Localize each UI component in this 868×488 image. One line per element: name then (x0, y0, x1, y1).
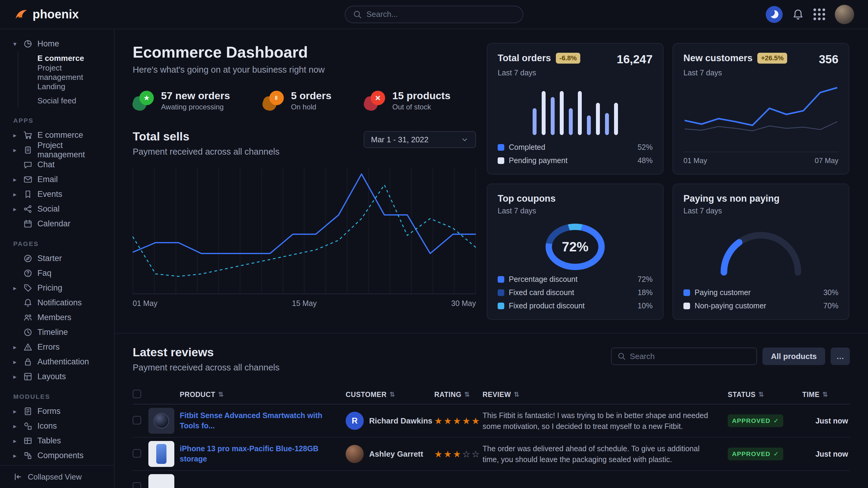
stats-row: ★ 57 new ordersAwating processing ‖ 5 or… (133, 90, 476, 111)
sidebar-item-social-feed[interactable]: Social feed (19, 94, 109, 108)
caret-right-icon: ▸ (13, 344, 24, 351)
apps-grid-button[interactable] (813, 8, 825, 20)
kpi-cards-grid: Total orders -6.8% 16,247 Last 7 days Co… (487, 43, 850, 333)
column-header-time[interactable]: TIME⇅ (802, 391, 850, 399)
shapes-icon (24, 422, 37, 430)
pause-icon: ‖ (269, 91, 284, 105)
customer-avatar[interactable]: R (346, 412, 364, 430)
column-header-review[interactable]: REVIEW⇅ (483, 391, 728, 399)
top-coupons-card: Top coupons Last 7 days 72% Percentage d… (487, 184, 663, 320)
column-header-customer[interactable]: CUSTOMER⇅ (346, 391, 434, 399)
row-checkbox[interactable] (133, 416, 141, 424)
date-range-select[interactable]: Mar 1 - 31, 2022 (364, 131, 476, 148)
top-coupons-donut-chart: 72% (546, 224, 605, 270)
lock-icon (24, 357, 37, 366)
user-avatar[interactable] (835, 5, 854, 24)
customer-avatar[interactable] (346, 445, 364, 463)
sidebar-item-project-management-app[interactable]: ▸ Project management (13, 142, 109, 157)
sidebar-item-email[interactable]: ▸ Email (13, 172, 109, 187)
caret-right-icon: ▸ (13, 176, 24, 183)
sidebar-item-calendar[interactable]: Calendar (13, 217, 109, 231)
bookmark-icon (24, 190, 37, 199)
sidebar-item-home[interactable]: ▾ Home (13, 36, 109, 51)
sidebar-item-pricing[interactable]: ▸ Pricing (13, 281, 109, 295)
theme-toggle-button[interactable] (766, 6, 783, 23)
product-link[interactable]: Fitbit Sense Advanced Smartwatch with To… (180, 411, 346, 431)
sidebar-item-timeline[interactable]: Timeline (13, 325, 109, 340)
customer-cell: Ashley Garrett (346, 445, 434, 463)
legend-swatch (683, 303, 690, 309)
table-icon (24, 436, 37, 445)
product-thumbnail[interactable] (148, 441, 174, 467)
sidebar-item-social[interactable]: ▸ Social (13, 202, 109, 217)
caret-right-icon: ▸ (13, 205, 24, 213)
clock-icon (24, 328, 37, 337)
navbar-search-input[interactable] (367, 10, 515, 19)
caret-right-icon: ▸ (13, 191, 24, 198)
row-checkbox[interactable] (133, 449, 141, 458)
collapse-view-toggle[interactable]: Collapsed View (0, 465, 114, 488)
paying-vs-nonpaying-card: Paying vs non paying Last 7 days Paying … (673, 184, 849, 320)
legend-swatch (498, 303, 504, 309)
question-circle-icon (24, 269, 37, 278)
column-header-product[interactable]: PRODUCT⇅ (180, 391, 346, 399)
sidebar-item-events[interactable]: ▸ Events (13, 187, 109, 202)
product-link[interactable]: iPhone 13 pro max-Pacific Blue-128GB sto… (180, 444, 346, 464)
sidebar-item-icons[interactable]: ▸ Icons (13, 419, 109, 433)
product-thumbnail[interactable] (148, 474, 174, 488)
product-thumbnail[interactable] (148, 408, 174, 434)
legend-item: Non-paying customer 70% (683, 301, 838, 310)
sidebar-item-authentication[interactable]: ▸ Authentication (13, 355, 109, 369)
caret-right-icon: ▸ (13, 408, 24, 415)
total-sells-x-axis: 01 May 15 May 30 May (133, 299, 476, 308)
chevron-down-icon (461, 136, 469, 143)
stat-out-of-stock: × 15 productsOut of stock (364, 90, 451, 111)
column-header-rating[interactable]: RATING⇅ (434, 391, 483, 399)
cross-icon: × (371, 91, 385, 105)
reviews-search-input[interactable] (630, 352, 750, 361)
search-icon (353, 10, 362, 19)
paying-gauge-chart (683, 215, 838, 288)
more-options-button[interactable]: … (831, 348, 850, 365)
caret-right-icon: ▸ (13, 285, 24, 292)
sidebar-item-layouts[interactable]: ▸ Layouts (13, 369, 109, 384)
customer-name: Ashley Garrett (369, 449, 423, 459)
sidebar-item-chat[interactable]: Chat (13, 157, 109, 172)
sidebar-item-components[interactable]: ▸ Components (13, 448, 109, 463)
moon-icon (770, 10, 778, 19)
notifications-button[interactable] (792, 9, 804, 20)
form-icon (24, 407, 37, 416)
reviews-subtitle: Payment received across all channels (133, 363, 280, 372)
star-icon: ★ (140, 91, 154, 105)
reviews-title: Latest reviews (133, 346, 280, 359)
sidebar-item-notifications[interactable]: Notifications (13, 295, 109, 310)
sidebar-item-project-management-dashboard[interactable]: Project management (19, 65, 109, 79)
select-all-checkbox[interactable] (133, 390, 141, 398)
caret-right-icon: ▸ (13, 147, 24, 154)
status-badge: APPROVED✓ (728, 448, 783, 460)
brand-name: phoenix (33, 7, 79, 21)
sidebar-item-forms[interactable]: ▸ Forms (13, 404, 109, 419)
sidebar-nav: ▾ Home E commerce Project management Lan… (0, 36, 114, 465)
sidebar-item-errors[interactable]: ▸ Errors (13, 340, 109, 355)
total-orders-card: Total orders -6.8% 16,247 Last 7 days Co… (487, 43, 663, 174)
sidebar-item-faq[interactable]: Faq (13, 266, 109, 281)
sidebar-item-members[interactable]: Members (13, 310, 109, 325)
navbar-search[interactable] (345, 6, 523, 23)
total-sells-title: Total sells (133, 130, 280, 143)
column-header-status[interactable]: STATUS⇅ (728, 391, 802, 399)
sidebar-item-starter[interactable]: Starter (13, 251, 109, 266)
caret-right-icon: ▸ (13, 452, 24, 459)
users-icon (24, 313, 37, 322)
all-products-button[interactable]: All products (763, 348, 825, 365)
sidebar-item-tables[interactable]: ▸ Tables (13, 433, 109, 448)
row-checkbox[interactable] (133, 482, 141, 488)
reviews-search[interactable] (611, 348, 757, 365)
review-row: iPhone 13 pro max-Pacific Blue-128GB sto… (133, 438, 850, 471)
legend-swatch (498, 157, 504, 164)
brand[interactable]: phoenix (14, 7, 79, 22)
new-customers-x-axis: 01 May 07 May (683, 152, 838, 165)
compass-icon (24, 254, 37, 263)
sidebar-section-modules: MODULES (13, 392, 109, 401)
top-navbar: phoenix (0, 0, 868, 29)
